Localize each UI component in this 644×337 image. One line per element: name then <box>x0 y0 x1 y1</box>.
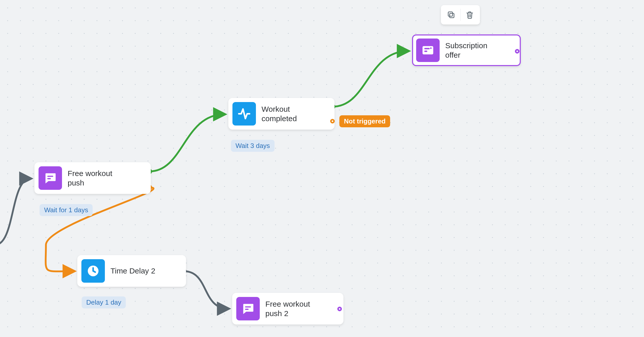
copy-icon <box>447 10 455 19</box>
svg-rect-7 <box>424 48 430 49</box>
node-sublabel-workout-done: Wait 3 days <box>231 140 275 152</box>
node-label: Time Delay 2 <box>110 266 155 276</box>
node-free-workout-push[interactable]: Free workout push <box>34 162 151 194</box>
node-sublabel-delay2: Delay 1 day <box>82 296 126 308</box>
node-sublabel-free-push: Wait for 1 days <box>40 204 93 216</box>
svg-rect-8 <box>424 51 427 52</box>
svg-rect-6 <box>423 46 433 55</box>
node-time-delay-2[interactable]: Time Delay 2 <box>77 255 186 287</box>
message-icon <box>39 166 62 190</box>
card-message-icon <box>416 39 440 62</box>
toolbar-divider <box>460 9 461 21</box>
node-label: Free workout push <box>68 169 126 188</box>
svg-rect-11 <box>448 12 453 16</box>
node-free-workout-push-2[interactable]: Free workout push 2 <box>232 293 343 324</box>
node-subscription-offer[interactable]: Subscription offer <box>412 34 521 66</box>
node-workout-completed[interactable]: Workout completed <box>228 98 335 130</box>
output-port-free-workout-push-2[interactable] <box>337 307 342 311</box>
node-label: Workout completed <box>262 104 320 123</box>
node-label: Free workout push 2 <box>265 299 324 318</box>
branch-badge-not-triggered: Not triggered <box>339 115 390 127</box>
node-toolbar <box>441 5 480 24</box>
clock-icon <box>81 259 105 283</box>
delete-button[interactable] <box>462 9 477 21</box>
node-label: Subscription offer <box>445 41 504 60</box>
duplicate-button[interactable] <box>443 9 459 21</box>
svg-rect-5 <box>47 178 51 179</box>
message-icon <box>236 297 260 320</box>
svg-rect-10 <box>450 13 454 18</box>
svg-rect-13 <box>245 306 251 308</box>
svg-rect-4 <box>47 176 53 177</box>
activity-icon <box>232 102 256 126</box>
output-port-not-triggered[interactable] <box>330 119 335 123</box>
flow-canvas[interactable]: Free workout push Wait for 1 days Workou… <box>0 0 644 337</box>
svg-point-9 <box>430 47 432 49</box>
svg-rect-14 <box>245 309 249 310</box>
output-port-subscription-offer[interactable] <box>515 49 519 54</box>
trash-icon <box>465 10 474 19</box>
